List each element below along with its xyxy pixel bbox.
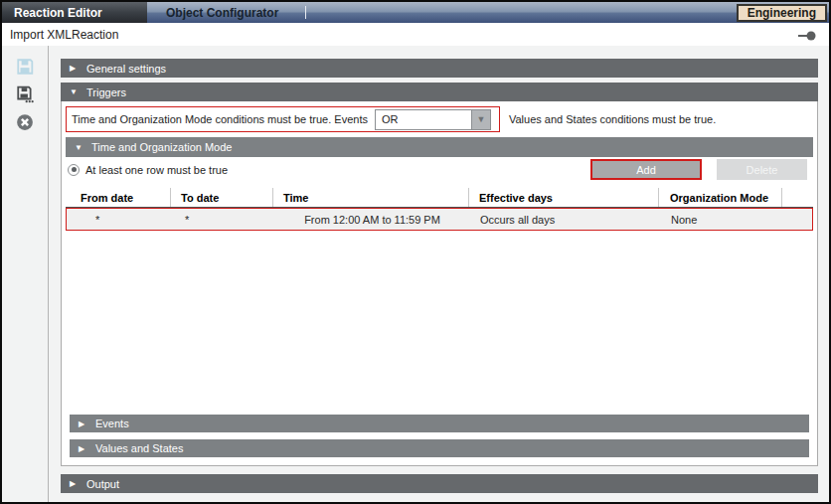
collapsed-triangle-icon: ▶ <box>70 64 86 73</box>
section-triggers-label: Triggers <box>86 86 126 98</box>
table-row[interactable]: * * From 12:00 AM to 11:59 PM Occurs all… <box>66 208 813 231</box>
section-output[interactable]: ▶ Output <box>61 474 818 493</box>
tab-reaction-editor-label: Reaction Editor <box>14 6 102 20</box>
events-operator-value: OR <box>376 110 471 129</box>
pin-icon[interactable] <box>797 30 817 40</box>
column-header-time: Time <box>273 188 469 207</box>
section-output-label: Output <box>86 478 119 490</box>
radio-icon <box>68 164 80 176</box>
add-button[interactable]: Add <box>590 159 702 180</box>
column-header-filler <box>782 188 813 207</box>
collapsed-triangle-icon: ▶ <box>70 479 86 488</box>
engineering-mode-label: Engineering <box>748 6 816 20</box>
subsection-events-label: Events <box>95 418 129 429</box>
editor-title-bar: Import XMLReaction <box>2 23 829 46</box>
expanded-triangle-icon: ▼ <box>75 143 91 152</box>
triggers-panel: Time and Organization Mode conditions mu… <box>61 101 818 466</box>
add-button-label: Add <box>636 164 656 176</box>
time-org-table: From date To date Time Effective days Or… <box>66 188 813 232</box>
section-general-settings-label: General settings <box>86 63 166 75</box>
save-as-button[interactable] <box>14 84 36 106</box>
cell-to-date: * <box>172 209 274 230</box>
condition-text-after: Values and States conditions must be tru… <box>509 113 716 125</box>
collapsed-triangle-icon: ▶ <box>79 444 95 453</box>
tab-object-configurator[interactable]: Object Configurator <box>154 2 303 23</box>
tab-separator <box>305 6 306 19</box>
subsection-events[interactable]: ▶ Events <box>70 415 809 432</box>
save-button[interactable] <box>14 57 36 79</box>
delete-button-label: Delete <box>747 164 778 176</box>
engineering-mode-button[interactable]: Engineering <box>737 4 827 22</box>
cell-from-date: * <box>67 209 172 230</box>
events-operator-dropdown[interactable]: OR ▼ <box>375 109 491 130</box>
save-icon <box>16 58 34 79</box>
delete-button[interactable]: Delete <box>717 159 807 180</box>
column-header-from-date: From date <box>66 188 171 207</box>
at-least-one-row-radio[interactable]: At least one row must be true <box>68 164 228 176</box>
expanded-triangle-icon: ▼ <box>70 87 86 96</box>
section-triggers[interactable]: ▼ Triggers <box>61 83 818 101</box>
column-header-effective-days: Effective days <box>469 188 659 207</box>
column-header-organization-mode: Organization Mode <box>659 188 782 207</box>
cell-time: From 12:00 AM to 11:59 PM <box>274 209 470 230</box>
column-header-to-date: To date <box>171 188 273 207</box>
at-least-one-row-radio-label: At least one row must be true <box>85 164 228 176</box>
collapsed-triangle-icon: ▶ <box>79 420 95 428</box>
top-tab-bar: Reaction Editor Object Configurator Engi… <box>2 2 829 23</box>
table-header-row: From date To date Time Effective days Or… <box>66 188 813 208</box>
page-title: Import XMLReaction <box>10 28 118 42</box>
condition-text-before: Time and Organization Mode conditions mu… <box>72 113 368 125</box>
save-as-icon <box>16 85 34 106</box>
subsection-time-org-mode-label: Time and Organization Mode <box>91 141 232 153</box>
time-org-controls-row: At least one row must be true Add Delete <box>68 159 807 180</box>
tab-reaction-editor[interactable]: Reaction Editor <box>2 2 147 23</box>
section-general-settings[interactable]: ▶ General settings <box>61 59 818 78</box>
cell-effective-days: Occurs all days <box>470 209 660 230</box>
main-area: ▶ General settings ▼ Triggers Time and O… <box>2 46 829 502</box>
tab-object-configurator-label: Object Configurator <box>166 6 278 20</box>
condition-highlight-box: Time and Organization Mode conditions mu… <box>66 106 500 132</box>
subsection-time-org-mode[interactable]: ▼ Time and Organization Mode <box>66 137 813 157</box>
cancel-icon <box>16 113 34 134</box>
subsection-values-states-label: Values and States <box>95 442 183 454</box>
chevron-down-icon: ▼ <box>471 110 490 129</box>
content-panel: ▶ General settings ▼ Triggers Time and O… <box>61 46 818 502</box>
cell-organization-mode: None <box>660 209 783 230</box>
subsection-values-states[interactable]: ▶ Values and States <box>70 439 809 457</box>
cell-filler <box>783 209 812 230</box>
trigger-condition-row: Time and Organization Mode conditions mu… <box>66 106 813 132</box>
reaction-editor-window: Reaction Editor Object Configurator Engi… <box>0 0 831 504</box>
left-toolbar <box>2 46 49 502</box>
cancel-button[interactable] <box>14 112 36 134</box>
